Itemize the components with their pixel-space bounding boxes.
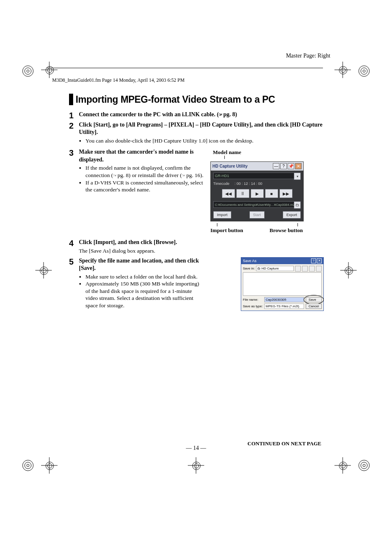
registration-mark-br (357, 458, 371, 473)
crop-mark-br (334, 457, 351, 474)
view-menu-icon[interactable] (316, 266, 322, 272)
header-rule (46, 68, 323, 68)
pin-button[interactable]: 📌 (288, 163, 294, 169)
close-button[interactable]: ✕ (317, 258, 322, 263)
registration-mark-bl (21, 458, 35, 473)
step-number: 4 (69, 239, 79, 247)
step-3-row: 3 Make sure that the camcorder's model n… (69, 148, 324, 234)
save-as-body: Save in: 🗀 HD Capture File name: (241, 264, 323, 311)
screenshot-hd-capture: Model name HD Capture Utility — ? 📌 ✕ (210, 149, 324, 234)
save-as-type-value: MPEG-TS Files (*.m2t) (265, 304, 299, 308)
stop-button[interactable]: ■ (265, 189, 278, 198)
hdc-bottom-row: Import Start Export (213, 211, 301, 219)
step-3: 3 Make sure that the camcorder's model n… (69, 148, 205, 196)
step-bold-text: Connect the camcorder to the PC with an … (79, 111, 219, 117)
save-as-type-dropdown[interactable]: MPEG-TS Files (*.m2t) (264, 304, 304, 309)
save-as-window: Save As ? ✕ Save in: 🗀 HD Capture (241, 257, 324, 311)
step-number: 3 (69, 149, 79, 157)
step-bullet: You can also double-click the [HD Captur… (85, 137, 324, 145)
bullet-text: pg. 16). (186, 172, 203, 178)
timecode-row: Timecode : 00 : 12 : 14 : 00 (213, 182, 301, 186)
svg-point-10 (361, 462, 367, 469)
step-body: Make sure that the camcorder's model nam… (79, 148, 205, 196)
callout-pointer-icon (224, 156, 225, 159)
path-value: C:¥Documents and Settings¥User¥My…¥Cap00… (215, 203, 296, 207)
callout-import-button: Import button (210, 227, 243, 233)
step-body: Click [Start], go to [All Programs] – [P… (79, 121, 324, 147)
section-bar-icon (69, 94, 73, 105)
pointing-hand-icon (182, 172, 186, 178)
screenshot-save-as: Save As ? ✕ Save in: 🗀 HD Capture (210, 257, 324, 311)
step-ref: pg. 8) (223, 111, 237, 117)
svg-point-3 (359, 66, 369, 76)
save-in-dropdown[interactable]: 🗀 HD Capture (256, 266, 294, 271)
crop-mark-tl (41, 62, 58, 78)
step-5-row: 5 Specify the file name and location, an… (69, 257, 324, 313)
help-button[interactable]: ? (311, 258, 316, 263)
svg-point-5 (363, 70, 365, 72)
start-button[interactable]: Start (249, 211, 265, 219)
cancel-button[interactable]: Cancel (306, 304, 322, 309)
pointing-hand-icon (113, 172, 118, 178)
save-button[interactable]: Save (306, 297, 322, 302)
crop-mark-ml (35, 262, 52, 279)
step-bold-text: Make sure that the camcorder's model nam… (79, 148, 205, 164)
save-in-label: Save in: (243, 267, 255, 270)
crop-mark-bc (188, 457, 204, 474)
pause-button[interactable]: II (236, 189, 249, 198)
pointing-hand-icon (219, 111, 223, 117)
step-body: Click [Import], and then click [Browse].… (79, 239, 324, 254)
transport-controls: ◀◀ II ▶ ■ ▶▶ (213, 189, 301, 198)
header-text: M3D8_InstaGuide01.fm Page 14 Monday, Apr… (52, 77, 184, 83)
save-in-value: 🗀 HD Capture (257, 267, 279, 270)
new-folder-icon[interactable] (309, 266, 315, 272)
minimize-button[interactable]: — (273, 163, 279, 169)
nav-back-icon[interactable] (295, 266, 301, 272)
step-4: 4 Click [Import], and then click [Browse… (69, 239, 324, 254)
help-button[interactable]: ? (280, 163, 287, 169)
step-bullet: Make sure to select a folder on the loca… (85, 273, 205, 281)
svg-point-6 (23, 460, 33, 471)
hdc-title: HD Capture Utility (212, 164, 272, 168)
rewind-button[interactable]: ◀◀ (222, 189, 235, 198)
registration-mark-tr (357, 64, 371, 78)
step-bold-text: Click [Import], and then click [Browse]. (79, 239, 324, 246)
close-button[interactable]: ✕ (295, 163, 302, 169)
hdc-titlebar: HD Capture Utility — ? 📌 ✕ (211, 162, 303, 171)
path-field: C:¥Documents and Settings¥User¥My…¥Cap00… (213, 201, 301, 208)
registration-mark-tl (21, 64, 35, 78)
import-button[interactable]: Import (213, 211, 231, 219)
step-bold-text: Specify the file name and location, and … (79, 257, 205, 272)
svg-point-8 (27, 464, 29, 467)
play-button[interactable]: ▶ (251, 189, 264, 198)
step-bullet: If the model name is not displayed, conf… (85, 164, 205, 179)
step-paragraph: The [Save As] dialog box appears. (79, 247, 324, 255)
step-number: 2 (69, 122, 79, 130)
svg-point-7 (25, 462, 31, 469)
up-folder-icon[interactable] (302, 266, 308, 272)
file-name-input[interactable]: Cap20030305 (264, 297, 304, 302)
step-bullet: If a D-VHS VCR is connected simultaneous… (85, 179, 205, 193)
file-list-area[interactable] (243, 272, 322, 296)
file-name-value: Cap20030305 (265, 298, 286, 302)
model-value: GR-HD1 (215, 174, 229, 178)
callout-pointer-icon (217, 223, 217, 226)
step-body: Connect the camcorder to the PC with an … (79, 111, 324, 118)
export-button[interactable]: Export (283, 211, 301, 219)
svg-point-0 (23, 66, 33, 76)
svg-point-11 (363, 464, 365, 467)
section-heading: Importing MPEG-format Video Stream to a … (69, 94, 324, 105)
step-number: 5 (69, 258, 79, 266)
save-as-titlebar: Save As ? ✕ (241, 258, 323, 264)
timecode-value: : 00 : 12 : 14 : 00 (235, 182, 263, 186)
content-region: Importing MPEG-format Video Stream to a … (69, 94, 324, 313)
svg-point-4 (361, 68, 367, 74)
crop-mark-bl (41, 457, 58, 474)
step-5: 5 Specify the file name and location, an… (69, 257, 205, 312)
save-as-type-label: Save as type: (243, 304, 263, 308)
chevron-down-icon[interactable]: ▾ (294, 173, 301, 180)
hdc-body: GR-HD1 ▾ Timecode : 00 : 12 : 14 : 00 ◀◀… (211, 171, 303, 221)
fast-forward-button[interactable]: ▶▶ (279, 189, 293, 198)
browse-button[interactable]: 🗀 (294, 201, 301, 209)
model-dropdown[interactable]: GR-HD1 ▾ (213, 173, 301, 179)
